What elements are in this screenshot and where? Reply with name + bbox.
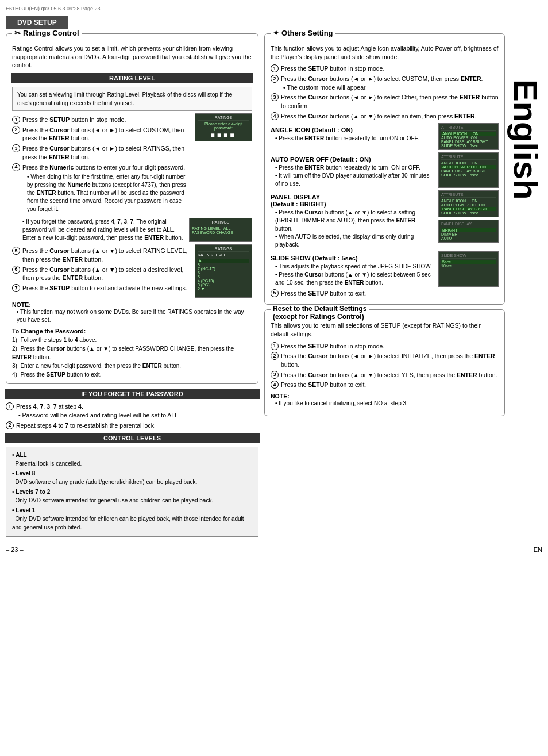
step-num-7: 7 [12, 284, 20, 292]
step-item: 1 Press the SETUP button in stop mode. [271, 64, 499, 73]
step-num: 2 [6, 421, 14, 429]
others-setting-title: ✦ Others Setting [271, 29, 335, 37]
step-item: 2 Press the Cursor buttons (◄ or ►) to s… [271, 75, 499, 91]
step-num: 1 [271, 64, 279, 72]
step-num-5: 5 [12, 247, 20, 255]
level-all: • ALL Parental lock is cancelled. [12, 451, 252, 468]
to-change-section: To Change the Password: 1) Follow the st… [12, 328, 252, 379]
step-num-3: 3 [12, 144, 20, 152]
panel-display-screen-2: PANEL DISPLAY BRIGHT DIMMER AUTO [438, 220, 499, 243]
step-num: 3 [271, 371, 279, 379]
forget-password-section: IF YOU FORGET THE PASSWORD 1 Press 4, 7,… [6, 389, 258, 429]
reset-intro: This allows you to return all selections… [271, 321, 499, 338]
reset-note: NOTE: • If you like to cancel initializi… [271, 393, 499, 408]
reset-title: Reset to the Default Settings (except fo… [271, 305, 369, 321]
rating-level-header: RATING LEVEL [11, 73, 253, 83]
note-section: NOTE: • This function may not work on so… [12, 301, 252, 324]
ratings-control-title: ✂ Ratings Control [12, 29, 82, 37]
step-item: 7 Press the SETUP button to exit and act… [12, 284, 191, 293]
auto-power-title: AUTO POWER OFF (Default : ON) [271, 156, 434, 163]
password-screen: RATINGS Please enter a 4-digit password:… [195, 113, 252, 141]
step-item: 4 Press the Cursor buttons (▲ or ▼) to s… [271, 112, 499, 121]
forget-password-header: IF YOU FORGET THE PASSWORD [5, 389, 260, 399]
panel-display-title: PANEL DISPLAY (Default : BRIGHT) [271, 194, 434, 208]
reset-step-1: 1 Press the SETUP button in stop mode. [271, 342, 499, 351]
step-item: 2 Press the Cursor buttons (◄ or ►) to s… [12, 126, 191, 143]
others-setting-section: ✦ Others Setting This function allows yo… [264, 33, 505, 305]
forget-step-1: 1 Press 4, 7, 3, 7 at step 4. • Password… [6, 402, 258, 419]
dvd-setup-header: DVD SETUP [6, 16, 68, 29]
page-header: E61H0UD(EN).qx3 05.6.3 09:28 Page 23 [6, 6, 542, 11]
step-item: 4 Press the Numeric buttons to enter you… [12, 163, 191, 215]
slideshow-text: • This adjusts the playback speed of the… [271, 263, 434, 287]
auto-power-screen: ATTRIBUTE ANGLE ICON ON AUTO POWER OFF O… [438, 152, 499, 188]
step-num-1: 1 [12, 116, 20, 124]
right-column: ✦ Others Setting This function allows yo… [264, 33, 542, 540]
rating-level-screen: RATINGS RATING LEVEL ALL 8 7 (NC-17) 6 5… [195, 244, 252, 298]
step-item: 1 Press the SETUP button in stop mode. [12, 116, 191, 124]
control-levels-header: CONTROL LEVELS [5, 433, 260, 443]
language-code: EN [534, 546, 542, 553]
angle-icon-text: • Press the ENTER button repeatedly to t… [271, 135, 434, 143]
level-7-2: • Levels 7 to 2 Only DVD software intend… [12, 488, 252, 505]
ratings-forget-screen: RATINGS RATING LEVEL ALL PASSWORD CHANGE [189, 218, 252, 242]
ratings-icon: ✂ [14, 29, 21, 37]
step-item-5: 5 Press the SETUP button to exit. [271, 289, 499, 298]
others-step-5: 5 Press the SETUP button to exit. [271, 289, 499, 298]
step-item: 3 Press the Cursor buttons (◄ or ►) to s… [12, 144, 191, 161]
panel-display-text: • Press the Cursor buttons (▲ or ▼) to s… [271, 209, 434, 249]
step-num: 2 [271, 75, 279, 83]
reset-step-3: 3 Press the Cursor buttons (▲ or ▼) to s… [271, 371, 499, 379]
page-number: – 23 – [6, 546, 24, 553]
slideshow-screen: SLIDE SHOW 5sec 10sec [438, 251, 499, 287]
reset-step-4: 4 Press the SETUP button to exit. [271, 381, 499, 389]
step-num: 3 [271, 93, 279, 101]
control-levels-section: CONTROL LEVELS • ALL Parental lock is ca… [6, 433, 258, 537]
step-num: 2 [271, 352, 279, 360]
angle-screen-1: ATTRIBUTE ANGLE ICON ON AUTO POWER ON PA… [438, 123, 499, 150]
reset-steps: 1 Press the SETUP button in stop mode. 2… [271, 342, 499, 389]
panel-display-screen-1: ATTRIBUTE ANGLE ICON ON AUTO POWER OFF O… [438, 190, 499, 217]
step-num-6: 6 [12, 266, 20, 274]
reset-step-2: 2 Press the Cursor buttons (◄ or ►) to s… [271, 352, 499, 369]
step-num-5: 5 [271, 289, 279, 297]
level-8: • Level 8 DVD software of any grade (adu… [12, 469, 252, 486]
ratings-control-section: ✂ Ratings Control Ratings Control allows… [6, 33, 258, 384]
step-num: 1 [6, 402, 14, 410]
others-intro: This function allows you to adjust Angle… [271, 44, 499, 61]
reset-section: Reset to the Default Settings (except fo… [264, 309, 505, 416]
auto-power-text: • Press the ENTER button repeatedly to t… [271, 164, 434, 188]
others-steps: 1 Press the SETUP button in stop mode. 2… [271, 64, 499, 120]
control-levels-box: • ALL Parental lock is cancelled. • Leve… [6, 447, 258, 537]
forget-steps: 1 Press 4, 7, 3, 7 at step 4. • Password… [6, 402, 258, 429]
page-header-left: E61H0UD(EN).qx3 05.6.3 09:28 Page 23 [6, 6, 101, 11]
steps-5-7: 5 Press the Cursor buttons (▲ or ▼) to s… [12, 247, 191, 292]
steps-1-4: 1 Press the SETUP button in stop mode. 2… [12, 116, 191, 214]
others-icon: ✦ [273, 29, 279, 37]
english-label: English [509, 79, 542, 199]
step-num: 1 [271, 342, 279, 350]
step-num-2: 2 [12, 126, 20, 134]
page-footer: – 23 – EN [6, 546, 542, 553]
ratings-intro: Ratings Control allows you to set a limi… [12, 44, 252, 70]
step-num: 4 [271, 112, 279, 120]
level-1: • Level 1 Only DVD software intended for… [12, 506, 252, 532]
step-num: 4 [271, 381, 279, 389]
step-item: 3 Press the Cursor buttons (◄ or ►) to s… [271, 93, 499, 110]
forget-step-2: 2 Repeat steps 4 to 7 to re-establish th… [6, 421, 258, 430]
step-item: 5 Press the Cursor buttons (▲ or ▼) to s… [12, 247, 191, 263]
left-column: ✂ Ratings Control Ratings Control allows… [6, 33, 258, 540]
slideshow-title: SLIDE SHOW (Default : 5sec) [271, 255, 434, 262]
step-num-4: 4 [12, 163, 20, 171]
step-item: 6 Press the Cursor buttons (▲ or ▼) to s… [12, 266, 191, 282]
angle-icon-title: ANGLE ICON (Default : ON) [271, 126, 434, 133]
rating-level-info: You can set a viewing limit through Rati… [12, 87, 252, 111]
